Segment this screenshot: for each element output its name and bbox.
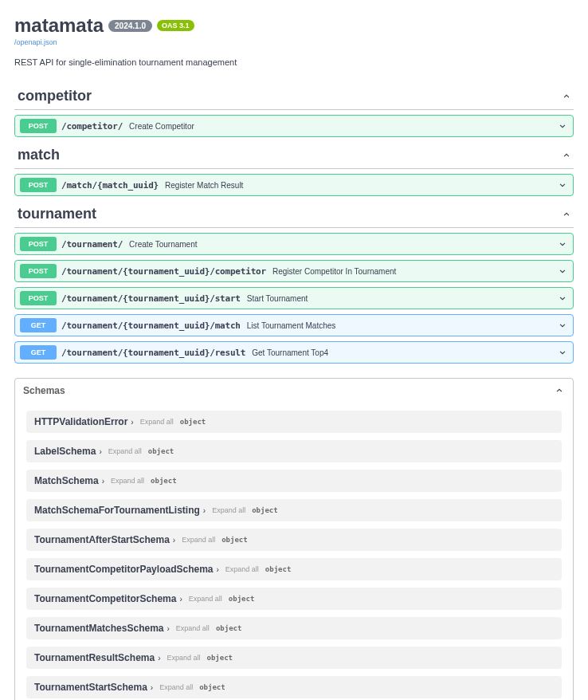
- schema-type: object: [265, 565, 292, 573]
- expand-all-link[interactable]: Expand all: [159, 683, 193, 691]
- http-method-badge: POST: [20, 264, 57, 278]
- expand-all-link[interactable]: Expand all: [225, 565, 259, 573]
- operation-row[interactable]: POST/match/{match_uuid}Register Match Re…: [14, 174, 574, 196]
- api-title: matamata: [14, 14, 104, 37]
- chevron-down-icon: [557, 238, 568, 250]
- http-method-badge: POST: [20, 178, 57, 192]
- version-badge: 2024.1.0: [108, 20, 152, 32]
- expand-all-link[interactable]: Expand all: [140, 418, 174, 426]
- endpoint-path: /tournament/{tournament_uuid}/start: [61, 293, 241, 304]
- chevron-up-icon: [554, 385, 565, 396]
- tag-name: tournament: [18, 206, 96, 222]
- schema-name: LabelSchema: [34, 446, 96, 457]
- caret-right-icon: ›: [158, 654, 160, 663]
- schema-row[interactable]: TournamentStartSchema›Expand allobject: [26, 676, 562, 698]
- schema-name: TournamentCompetitorSchema: [34, 593, 176, 604]
- caret-right-icon: ›: [173, 536, 175, 545]
- chevron-down-icon: [557, 293, 568, 304]
- http-method-badge: POST: [20, 237, 57, 251]
- endpoint-path: /tournament/{tournament_uuid}/competitor: [61, 266, 266, 277]
- expand-all-link[interactable]: Expand all: [108, 447, 142, 455]
- chevron-down-icon: [557, 320, 568, 331]
- caret-right-icon: ›: [216, 565, 218, 574]
- expand-all-link[interactable]: Expand all: [176, 624, 210, 632]
- operation-row[interactable]: GET/tournament/{tournament_uuid}/matchLi…: [14, 314, 574, 336]
- schema-row[interactable]: TournamentCompetitorSchema›Expand allobj…: [26, 588, 562, 610]
- chevron-up-icon: [561, 91, 572, 102]
- schemas-section: Schemas HTTPValidationError›Expand allob…: [14, 378, 574, 700]
- endpoint-summary: Register Competitor In Tournament: [272, 267, 557, 276]
- schema-type: object: [221, 536, 248, 544]
- schema-type: object: [252, 506, 278, 514]
- endpoint-summary: Start Tournament: [247, 294, 557, 303]
- schema-row[interactable]: MatchSchema›Expand allobject: [26, 470, 562, 492]
- schemas-toggle[interactable]: Schemas: [15, 379, 573, 403]
- expand-all-link[interactable]: Expand all: [189, 595, 222, 603]
- endpoint-summary: Create Competitor: [129, 122, 557, 131]
- endpoint-path: /competitor/: [61, 121, 123, 132]
- caret-right-icon: ›: [151, 683, 153, 692]
- operation-row[interactable]: POST/tournament/Create Tournament: [14, 233, 574, 255]
- oas-badge: OAS 3.1: [157, 20, 194, 31]
- schema-type: object: [216, 624, 242, 632]
- tag-toggle[interactable]: tournament: [14, 201, 574, 228]
- caret-right-icon: ›: [99, 447, 101, 456]
- schema-type: object: [207, 654, 233, 662]
- http-method-badge: GET: [20, 345, 57, 360]
- tag-section: matchPOST/match/{match_uuid}Register Mat…: [14, 142, 574, 196]
- operation-row[interactable]: POST/tournament/{tournament_uuid}/compet…: [14, 260, 574, 282]
- caret-right-icon: ›: [179, 595, 182, 604]
- chevron-down-icon: [557, 265, 568, 277]
- chevron-down-icon: [557, 347, 568, 358]
- schema-name: TournamentAfterStartSchema: [34, 534, 170, 545]
- operation-row[interactable]: POST/tournament/{tournament_uuid}/startS…: [14, 287, 574, 309]
- endpoint-summary: Create Tournament: [129, 240, 557, 249]
- tag-toggle[interactable]: match: [14, 142, 574, 169]
- schema-row[interactable]: TournamentCompetitorPayloadSchema›Expand…: [26, 558, 562, 580]
- schema-name: TournamentCompetitorPayloadSchema: [34, 564, 213, 575]
- endpoint-path: /tournament/{tournament_uuid}/result: [61, 348, 245, 358]
- schema-name: TournamentStartSchema: [34, 682, 147, 693]
- tag-section: tournamentPOST/tournament/Create Tournam…: [14, 201, 574, 364]
- tag-section: competitorPOST/competitor/Create Competi…: [14, 83, 574, 137]
- expand-all-link[interactable]: Expand all: [111, 477, 144, 485]
- endpoint-path: /tournament/{tournament_uuid}/match: [61, 321, 241, 331]
- endpoint-summary: Get Tournament Top4: [252, 348, 557, 357]
- schema-name: HTTPValidationError: [34, 416, 127, 427]
- api-header: matamata 2024.1.0 OAS 3.1: [14, 14, 574, 37]
- http-method-badge: GET: [20, 318, 57, 332]
- expand-all-link[interactable]: Expand all: [167, 654, 201, 662]
- chevron-down-icon: [557, 120, 568, 132]
- schema-type: object: [229, 595, 255, 603]
- schema-type: object: [151, 477, 177, 485]
- http-method-badge: POST: [20, 119, 57, 133]
- operation-row[interactable]: POST/competitor/Create Competitor: [14, 115, 574, 137]
- endpoint-summary: List Tournament Matches: [247, 321, 557, 330]
- tag-name: competitor: [18, 88, 92, 104]
- schema-name: MatchSchemaForTournamentListing: [34, 505, 200, 516]
- schema-row[interactable]: TournamentAfterStartSchema›Expand allobj…: [26, 529, 562, 551]
- schema-row[interactable]: TournamentMatchesSchema›Expand allobject: [26, 617, 562, 639]
- schema-row[interactable]: LabelSchema›Expand allobject: [26, 440, 562, 462]
- schema-row[interactable]: MatchSchemaForTournamentListing›Expand a…: [26, 499, 562, 521]
- expand-all-link[interactable]: Expand all: [182, 536, 215, 544]
- schema-type: object: [148, 447, 174, 455]
- expand-all-link[interactable]: Expand all: [212, 506, 245, 514]
- endpoint-path: /tournament/: [61, 239, 123, 250]
- caret-right-icon: ›: [131, 418, 133, 427]
- schema-row[interactable]: TournamentResultSchema›Expand allobject: [26, 647, 562, 669]
- caret-right-icon: ›: [203, 506, 206, 515]
- caret-right-icon: ›: [167, 624, 170, 633]
- endpoint-summary: Register Match Result: [165, 181, 557, 190]
- chevron-down-icon: [557, 179, 568, 191]
- spec-link[interactable]: /openapi.json: [14, 38, 574, 46]
- schema-name: TournamentResultSchema: [34, 652, 155, 663]
- chevron-up-icon: [561, 209, 572, 220]
- schema-type: object: [199, 683, 225, 691]
- schema-name: TournamentMatchesSchema: [34, 623, 164, 634]
- operation-row[interactable]: GET/tournament/{tournament_uuid}/resultG…: [14, 341, 574, 364]
- tag-toggle[interactable]: competitor: [14, 83, 574, 110]
- schema-row[interactable]: HTTPValidationError›Expand allobject: [26, 411, 562, 433]
- tag-name: match: [18, 147, 60, 163]
- schema-type: object: [180, 418, 206, 426]
